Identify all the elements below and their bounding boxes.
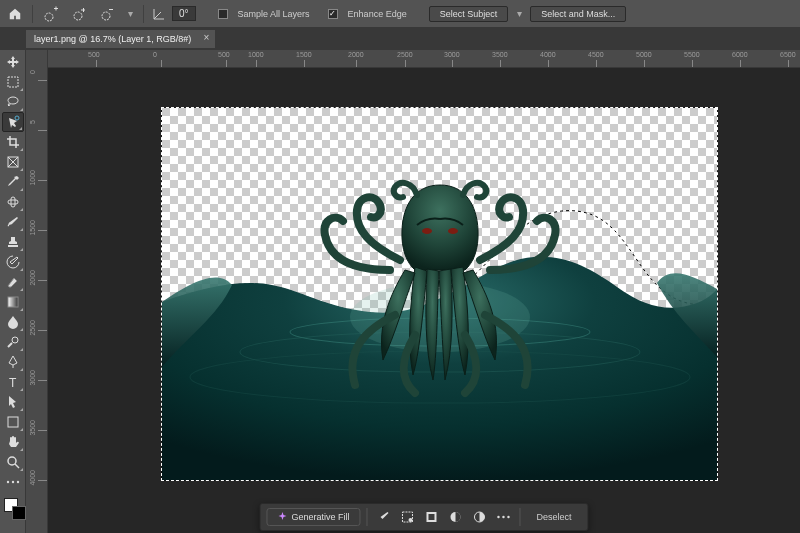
ruler-label: 4000 [540,51,556,58]
document-canvas[interactable] [162,108,717,480]
ruler-label: 500 [88,51,100,58]
pen-tool-icon[interactable] [2,352,24,372]
path-select-tool-icon[interactable] [2,392,24,412]
ruler-label: 0 [29,70,36,74]
svg-point-17 [11,481,13,483]
zoom-tool-icon[interactable] [2,452,24,472]
ruler-label: 1500 [29,220,36,236]
generative-fill-button[interactable]: Generative Fill [266,508,360,526]
svg-rect-2 [56,6,57,10]
frame-tool-icon[interactable] [2,152,24,172]
svg-point-15 [8,457,16,465]
quick-select-new-icon[interactable] [41,3,63,25]
ctx-modify-selection-icon[interactable] [398,507,418,527]
angle-icon [152,7,166,21]
document-tab[interactable]: layer1.png @ 16.7% (Layer 1, RGB/8#) × [26,30,215,48]
ruler-label: 1000 [29,170,36,186]
ctx-more-icon[interactable] [494,507,514,527]
ruler-label: 2000 [29,270,36,286]
svg-point-33 [507,516,509,518]
close-tab-icon[interactable]: × [203,32,209,43]
ctx-mask-icon[interactable] [446,507,466,527]
quick-select-add-icon[interactable] [69,3,91,25]
svg-point-31 [497,516,499,518]
svg-point-7 [15,116,19,120]
move-tool-icon[interactable] [2,52,24,72]
svg-point-3 [74,12,82,20]
dodge-tool-icon[interactable] [2,332,24,352]
ruler-label: 6000 [732,51,748,58]
horizontal-ruler[interactable]: 1000500050010001500200025003000350040004… [48,50,800,68]
svg-rect-5 [109,9,113,10]
eyedropper-tool-icon[interactable] [2,172,24,192]
image-creature [295,175,585,395]
ctx-fill-icon[interactable] [470,507,490,527]
ruler-label: 4000 [29,470,36,486]
ctx-brush-icon[interactable] [374,507,394,527]
eraser-tool-icon[interactable] [2,272,24,292]
vertical-ruler[interactable]: 051000150020002500300035004000 [26,50,48,533]
ruler-label: 4500 [588,51,604,58]
separator [32,5,33,23]
sample-all-layers-checkbox[interactable] [218,9,228,19]
select-and-mask-button[interactable]: Select and Mask... [530,6,626,22]
blur-tool-icon[interactable] [2,312,24,332]
marquee-tool-icon[interactable] [2,72,24,92]
ruler-label: 500 [218,51,230,58]
stamp-tool-icon[interactable] [2,232,24,252]
ruler-label: 5000 [636,51,652,58]
svg-point-12 [12,337,18,343]
home-icon[interactable] [6,5,24,23]
brush-tool-icon[interactable] [2,212,24,232]
svg-point-18 [16,481,18,483]
svg-point-32 [502,516,504,518]
svg-rect-11 [8,297,18,307]
enhance-edge-label[interactable]: Enhance Edge [348,9,407,19]
gradient-tool-icon[interactable] [2,292,24,312]
svg-point-4 [102,12,110,20]
ruler-label: 6500 [780,51,796,58]
svg-rect-6 [8,77,18,87]
svg-rect-14 [8,417,18,427]
foreground-swatch[interactable] [4,498,18,512]
quick-selection-tool-icon[interactable] [2,112,24,132]
svg-rect-10 [11,197,15,207]
separator [520,508,521,526]
ruler-label: 2500 [397,51,413,58]
more-tools-icon[interactable] [2,472,24,492]
svg-point-23 [422,228,432,234]
select-subject-chevron-icon[interactable]: ▾ [514,5,524,23]
contextual-task-bar: Generative Fill Deselect [259,503,588,531]
generative-fill-label: Generative Fill [291,512,349,522]
background-swatch[interactable] [12,506,26,520]
separator [143,5,144,23]
spot-heal-tool-icon[interactable] [2,192,24,212]
enhance-edge-checkbox[interactable] [328,9,338,19]
ruler-label: 3500 [492,51,508,58]
history-brush-tool-icon[interactable] [2,252,24,272]
ruler-label: 5 [29,120,36,124]
hand-tool-icon[interactable] [2,432,24,452]
ruler-label: 3000 [444,51,460,58]
brush-options-chevron-icon[interactable]: ▾ [125,5,135,23]
viewport[interactable]: Generative Fill Deselect [48,68,800,533]
select-subject-button[interactable]: Select Subject [429,6,509,22]
ruler-label: 5500 [684,51,700,58]
sample-all-layers-label[interactable]: Sample All Layers [238,9,310,19]
shape-tool-icon[interactable] [2,412,24,432]
type-tool-icon[interactable]: T [2,372,24,392]
color-swatches[interactable] [2,492,24,514]
svg-point-24 [448,228,458,234]
brush-angle-field[interactable]: 0° [172,6,196,21]
ruler-label: 3000 [29,370,36,386]
lasso-tool-icon[interactable] [2,92,24,112]
deselect-button[interactable]: Deselect [527,509,582,525]
ruler-label: 0 [153,51,157,58]
ctx-invert-icon[interactable] [422,507,442,527]
crop-tool-icon[interactable] [2,132,24,152]
separator [367,508,368,526]
svg-point-16 [6,481,8,483]
quick-select-subtract-icon[interactable] [97,3,119,25]
svg-rect-28 [429,514,435,520]
document-tabs: layer1.png @ 16.7% (Layer 1, RGB/8#) × [0,28,800,50]
